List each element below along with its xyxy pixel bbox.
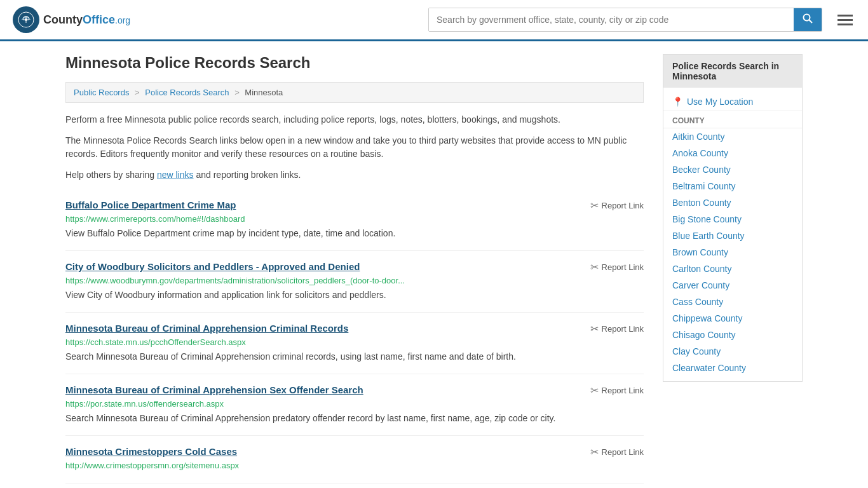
hamburger-line [837, 15, 853, 17]
report-link-btn-2[interactable]: ✂ Report Link [590, 323, 644, 335]
report-link-btn-1[interactable]: ✂ Report Link [590, 261, 644, 273]
record-item: Buffalo Police Department Crime Map ✂ Re… [65, 189, 644, 251]
hamburger-line [837, 19, 853, 21]
record-item: Minnesota Bureau of Criminal Apprehensio… [65, 313, 644, 374]
breadcrumb-sep2: > [234, 88, 240, 97]
record-url-2[interactable]: https://cch.state.mn.us/pcchOffenderSear… [65, 337, 644, 347]
report-icon-3: ✂ [590, 384, 599, 396]
sidebar-county-big-stone-county[interactable]: Big Stone County [663, 211, 802, 227]
record-title-3[interactable]: Minnesota Bureau of Criminal Apprehensio… [65, 384, 363, 395]
sidebar-county-beltrami-county[interactable]: Beltrami County [663, 178, 802, 194]
breadcrumb: Public Records > Police Records Search >… [65, 82, 644, 103]
description-1: Perform a free Minnesota public police r… [65, 113, 644, 126]
sidebar-county-brown-county[interactable]: Brown County [663, 244, 802, 261]
report-link-btn-3[interactable]: ✂ Report Link [590, 384, 644, 396]
record-item: Minnesota Crimestoppers Cold Cases ✂ Rep… [65, 436, 644, 484]
sidebar-list: 📍 Use My Location County Aitkin CountyAn… [663, 88, 802, 381]
record-url-4[interactable]: http://www.crimestoppersmn.org/sitemenu.… [65, 461, 644, 470]
sidebar-county-chisago-county[interactable]: Chisago County [663, 327, 802, 343]
search-bar [428, 8, 822, 32]
svg-point-2 [804, 15, 810, 21]
svg-line-3 [810, 20, 813, 24]
sidebar-county-benton-county[interactable]: Benton County [663, 194, 802, 211]
sidebar-county-chippewa-county[interactable]: Chippewa County [663, 310, 802, 327]
main-content: Minnesota Police Records Search Public R… [65, 54, 644, 484]
svg-point-1 [25, 18, 27, 21]
record-url-1[interactable]: https://www.woodburymn.gov/departments/a… [65, 276, 644, 285]
county-list: Aitkin CountyAnoka CountyBecker CountyBe… [663, 128, 802, 376]
report-icon-0: ✂ [590, 200, 599, 212]
record-desc-2: Search Minnesota Bureau of Criminal Appr… [65, 350, 644, 363]
sidebar-county-carver-county[interactable]: Carver County [663, 277, 802, 294]
use-my-location[interactable]: 📍 Use My Location [663, 93, 802, 111]
new-links-link[interactable]: new links [157, 170, 194, 180]
records-list: Buffalo Police Department Crime Map ✂ Re… [65, 189, 644, 484]
sidebar-county-clay-county[interactable]: Clay County [663, 343, 802, 360]
breadcrumb-public-records[interactable]: Public Records [74, 88, 129, 97]
report-link-btn-4[interactable]: ✂ Report Link [590, 446, 644, 458]
description-3: Help others by sharing new links and rep… [65, 168, 644, 182]
description-2: The Minnesota Police Records Search link… [65, 134, 644, 161]
use-my-location-label: Use My Location [687, 97, 753, 107]
menu-button[interactable] [835, 12, 855, 28]
sidebar-title: Police Records Search in Minnesota [663, 55, 802, 88]
breadcrumb-current: Minnesota [245, 88, 283, 97]
sidebar-county-blue-earth-county[interactable]: Blue Earth County [663, 227, 802, 244]
sidebar: Police Records Search in Minnesota 📍 Use… [663, 54, 803, 484]
sidebar-county-anoka-county[interactable]: Anoka County [663, 145, 802, 161]
record-title-4[interactable]: Minnesota Crimestoppers Cold Cases [65, 446, 237, 457]
logo-text: CountyOffice.org [43, 13, 130, 27]
sidebar-section-county: County [663, 114, 802, 128]
breadcrumb-sep: > [135, 88, 140, 97]
hamburger-line [837, 24, 853, 25]
report-icon-4: ✂ [590, 446, 599, 458]
search-input[interactable] [429, 8, 794, 31]
record-item: City of Woodbury Solicitors and Peddlers… [65, 251, 644, 313]
sidebar-county-aitkin-county[interactable]: Aitkin County [663, 128, 802, 145]
report-icon-2: ✂ [590, 323, 599, 335]
sidebar-county-becker-county[interactable]: Becker County [663, 161, 802, 178]
record-desc-3: Search Minnesota Bureau of Criminal Appr… [65, 412, 644, 425]
page-title: Minnesota Police Records Search [65, 54, 644, 72]
pin-icon: 📍 [672, 97, 683, 107]
record-desc-0: View Buffalo Police Department crime map… [65, 227, 644, 240]
breadcrumb-police-records[interactable]: Police Records Search [145, 88, 229, 97]
record-title-0[interactable]: Buffalo Police Department Crime Map [65, 200, 236, 210]
sidebar-county-clearwater-county[interactable]: Clearwater County [663, 360, 802, 376]
record-url-0[interactable]: https://www.crimereports.com/home#!/dash… [65, 214, 644, 224]
record-url-3[interactable]: https://por.state.mn.us/offendersearch.a… [65, 399, 644, 409]
logo[interactable]: CountyOffice.org [13, 6, 130, 33]
record-item: Minnesota Bureau of Criminal Apprehensio… [65, 374, 644, 436]
report-link-btn-0[interactable]: ✂ Report Link [590, 200, 644, 212]
record-desc-1: View City of Woodbury information and ap… [65, 288, 644, 302]
search-button[interactable] [794, 8, 822, 31]
record-title-2[interactable]: Minnesota Bureau of Criminal Apprehensio… [65, 323, 348, 334]
sidebar-county-cass-county[interactable]: Cass County [663, 294, 802, 310]
logo-icon [13, 6, 39, 33]
sidebar-box: Police Records Search in Minnesota 📍 Use… [663, 54, 803, 382]
sidebar-county-carlton-county[interactable]: Carlton County [663, 261, 802, 277]
report-icon-1: ✂ [590, 261, 599, 273]
record-title-1[interactable]: City of Woodbury Solicitors and Peddlers… [65, 261, 360, 272]
